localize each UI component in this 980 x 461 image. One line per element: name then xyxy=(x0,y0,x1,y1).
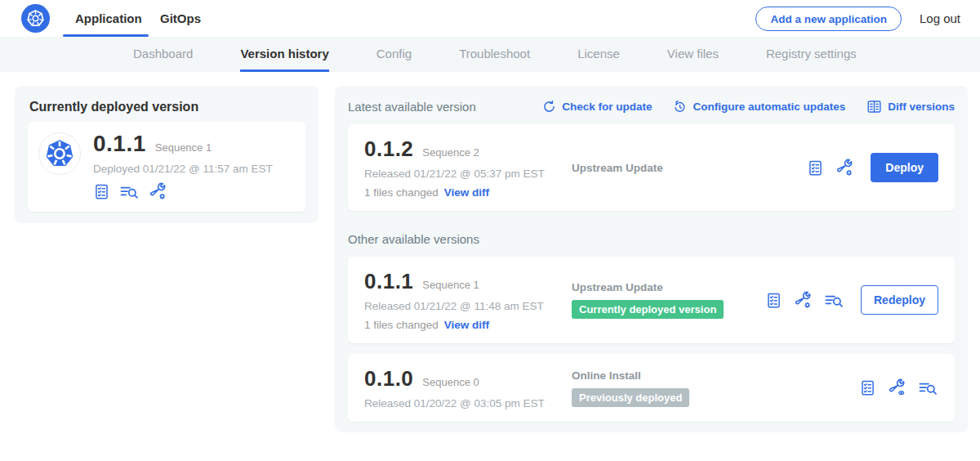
deployed-version-card: 0.1.1 Sequence 1 Deployed 01/21/22 @ 11:… xyxy=(28,122,305,212)
files-changed-label: 1 files changed xyxy=(364,186,439,199)
preflight-checks-icon[interactable] xyxy=(859,379,876,396)
files-changed-label: 1 files changed xyxy=(364,319,439,331)
other-versions-header: Other available versions xyxy=(348,232,955,246)
version-source-label: Online Install xyxy=(572,369,859,382)
sequence-label: Sequence 0 xyxy=(422,376,479,388)
preflight-checks-icon[interactable] xyxy=(93,183,110,200)
view-config-icon[interactable] xyxy=(888,378,906,397)
subnav-troubleshoot[interactable]: Troubleshoot xyxy=(459,37,530,72)
tab-gitops[interactable]: GitOps xyxy=(160,0,201,37)
subnav-registry-settings[interactable]: Registry settings xyxy=(766,37,857,72)
subnav-config[interactable]: Config xyxy=(376,37,412,72)
released-date: Released 01/20/22 @ 03:05 pm EST xyxy=(364,397,562,410)
check-for-update-link[interactable]: Check for update xyxy=(542,100,652,114)
currently-deployed-title: Currently deployed version xyxy=(29,100,318,114)
tab-application[interactable]: Application xyxy=(75,0,142,37)
released-date: Released 01/21/22 @ 05:37 pm EST xyxy=(364,168,562,180)
preflight-checks-icon[interactable] xyxy=(765,292,782,309)
version-card-0-1-0: 0.1.0 Sequence 0 Released 01/20/22 @ 03:… xyxy=(348,354,955,422)
edit-config-icon[interactable] xyxy=(794,291,813,310)
released-date: Released 01/21/22 @ 11:48 am EST xyxy=(364,300,562,312)
latest-available-header: Latest available version xyxy=(348,100,476,114)
deploy-logs-icon[interactable] xyxy=(918,379,938,396)
edit-config-icon[interactable] xyxy=(149,182,167,201)
check-for-update-label: Check for update xyxy=(562,101,652,113)
app-kubernetes-logo-icon xyxy=(38,132,81,175)
edit-config-icon[interactable] xyxy=(835,159,854,177)
configure-automatic-updates-label: Configure automatic updates xyxy=(693,101,845,113)
diff-versions-label: Diff versions xyxy=(888,101,955,113)
add-application-button[interactable]: Add a new application xyxy=(755,7,902,31)
subnav-version-history[interactable]: Version history xyxy=(240,37,328,72)
view-diff-link[interactable]: View diff xyxy=(444,319,489,331)
deploy-logs-icon[interactable] xyxy=(119,183,140,200)
deployed-date: Deployed 01/21/22 @ 11:57 am EST xyxy=(93,163,299,175)
previously-deployed-badge: Previously deployed xyxy=(572,388,689,407)
version-source-label: Upstream Update xyxy=(572,281,765,293)
deploy-logs-icon[interactable] xyxy=(824,292,844,309)
subnav-dashboard[interactable]: Dashboard xyxy=(133,37,193,72)
currently-deployed-badge: Currently deployed version xyxy=(572,300,724,319)
version-number: 0.1.2 xyxy=(364,137,413,162)
sequence-label: Sequence 2 xyxy=(422,146,479,159)
version-number: 0.1.0 xyxy=(364,366,413,392)
sequence-label: Sequence 1 xyxy=(422,279,479,291)
view-diff-link[interactable]: View diff xyxy=(444,186,489,199)
diff-icon xyxy=(866,100,882,114)
version-history-panel: Latest available version Check for updat… xyxy=(335,86,968,432)
diff-versions-link[interactable]: Diff versions xyxy=(866,100,955,114)
deployed-sequence-label: Sequence 1 xyxy=(155,141,212,154)
deployed-version-number: 0.1.1 xyxy=(93,131,146,157)
currently-deployed-panel: Currently deployed version xyxy=(15,86,318,223)
kots-admin-console: Application GitOps Add a new application… xyxy=(0,0,980,461)
configure-automatic-updates-link[interactable]: Configure automatic updates xyxy=(673,100,845,114)
subnav-view-files[interactable]: View files xyxy=(667,37,719,72)
version-number: 0.1.1 xyxy=(364,269,413,294)
top-bar: Application GitOps Add a new application… xyxy=(0,0,980,37)
version-card-0-1-2: 0.1.2 Sequence 2 Released 01/21/22 @ 05:… xyxy=(348,124,955,211)
kubernetes-logo-icon xyxy=(21,4,50,33)
version-source-label: Upstream Update xyxy=(572,162,807,174)
app-subnav: Dashboard Version history Config Trouble… xyxy=(0,37,980,72)
subnav-license[interactable]: License xyxy=(577,37,620,72)
redeploy-button[interactable]: Redeploy xyxy=(861,285,938,315)
schedule-icon xyxy=(673,100,687,114)
version-card-0-1-1: 0.1.1 Sequence 1 Released 01/21/22 @ 11:… xyxy=(348,257,955,343)
preflight-checks-icon[interactable] xyxy=(807,159,824,177)
refresh-icon xyxy=(542,100,556,114)
deploy-button[interactable]: Deploy xyxy=(871,153,938,182)
logout-button[interactable]: Log out xyxy=(920,0,960,37)
